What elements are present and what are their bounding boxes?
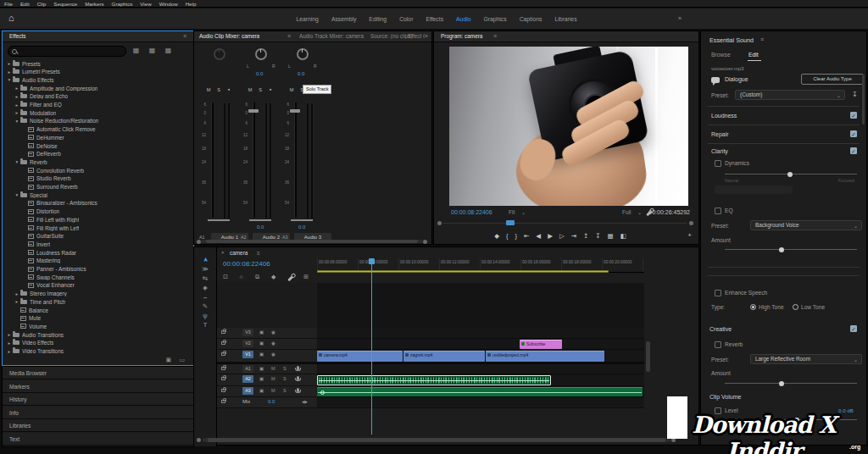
pen-tool[interactable]: ✎ <box>194 302 216 310</box>
track-badge-v3[interactable]: V3 <box>242 329 253 336</box>
pan-value[interactable]: 0.0 <box>298 71 304 76</box>
effect-item-dereverb[interactable]: DeReverb <box>3 150 192 158</box>
reverb-preset-select[interactable]: Large Reflective Room⌄ <box>750 354 862 364</box>
mixer-tab-1[interactable]: Audio Track Mixer: camera <box>299 33 364 39</box>
menu-clip[interactable]: Clip <box>37 1 47 7</box>
record-arm-button[interactable]: ● <box>225 87 233 91</box>
zoombar-left-dot[interactable] <box>437 221 442 225</box>
playback-quality-select[interactable]: Full <box>622 209 631 215</box>
effect-item-mastering[interactable]: Mastering <box>3 257 192 265</box>
delete-custom-item-icon[interactable]: ▭ <box>179 357 185 363</box>
panel-menu-icon[interactable]: ≡ <box>493 33 497 39</box>
chevron-down-icon[interactable]: ▾ <box>14 192 20 197</box>
voiceover-audio-clip[interactable] <box>317 375 551 385</box>
eq-preset-select[interactable]: Background Voice⌄ <box>750 220 862 230</box>
track-badge-a1[interactable]: A1 <box>242 365 253 373</box>
timeline-scroll-left-dot[interactable] <box>197 438 201 442</box>
chevron-right-icon[interactable]: ▸ <box>14 299 20 304</box>
work-area-bar[interactable] <box>317 270 609 273</box>
fader-handle[interactable] <box>290 109 300 113</box>
sync-lock-icon[interactable]: ▣ <box>259 366 264 371</box>
tab-program[interactable]: Program: camera <box>441 33 482 39</box>
fader-level-value[interactable]: 0.0 <box>257 224 264 230</box>
track-output-eye-icon[interactable]: ◉ <box>271 329 275 335</box>
export-frame-button[interactable]: ▦ <box>608 232 614 240</box>
timeline-timecode[interactable]: 00:00:08:22406 <box>223 260 270 268</box>
high-tone-radio[interactable] <box>750 304 756 310</box>
razor-tool[interactable]: ◈ <box>194 284 216 291</box>
panel-tab-info[interactable]: Info <box>3 407 193 419</box>
mixer-tab-2[interactable]: Source: (no clips) <box>370 33 413 39</box>
record-arm-button[interactable]: ● <box>266 87 275 91</box>
workspace-tab-color[interactable]: Color <box>399 16 413 22</box>
close-icon[interactable]: × <box>221 250 225 255</box>
chevron-right-icon[interactable]: ▸ <box>6 332 13 337</box>
effects-bin-delay-and-echo[interactable]: ▸Delay and Echo <box>3 92 192 101</box>
lock-icon[interactable] <box>221 400 225 403</box>
go-to-in-button[interactable]: ⇤ <box>524 232 529 240</box>
track-content-v3[interactable] <box>317 328 644 339</box>
menu-view[interactable]: View <box>140 1 151 7</box>
panel-tab-markers[interactable]: Markers <box>3 380 193 393</box>
keyframe-dot[interactable] <box>320 390 325 395</box>
master-track-level[interactable]: 0.0 <box>268 399 275 404</box>
effect-item-swap-channels[interactable]: Swap Channels <box>3 273 192 281</box>
pan-knob[interactable] <box>214 48 225 60</box>
button-editor-plus[interactable]: + <box>687 231 692 239</box>
chevron-right-icon[interactable]: ▸ <box>6 340 13 346</box>
tab-edit[interactable]: Edit <box>748 52 759 58</box>
sync-lock-icon[interactable]: ▣ <box>259 329 264 335</box>
lock-icon[interactable] <box>221 352 225 356</box>
lock-icon[interactable] <box>221 330 225 334</box>
track-content-v2[interactable] <box>317 339 644 350</box>
play-button[interactable]: ▶ <box>548 232 553 240</box>
timeline-horizontal-scrollbar[interactable] <box>203 438 670 442</box>
low-tone-radio[interactable] <box>793 304 798 310</box>
panel-tab-media-browser[interactable]: Media Browser <box>3 367 193 379</box>
chevron-right-icon[interactable]: ▸ <box>14 94 20 99</box>
effect-item-fill-right-with-left[interactable]: Fill Right with Left <box>3 224 192 232</box>
menu-markers[interactable]: Markers <box>85 1 103 7</box>
playhead[interactable] <box>371 258 372 435</box>
effect-item-automatic-click-remove[interactable]: Automatic Click Remove <box>3 125 192 134</box>
sync-lock-icon[interactable]: ▣ <box>259 376 264 381</box>
track-mute-button[interactable]: M <box>271 388 275 393</box>
effect-item-denoise[interactable]: DeNoise <box>3 141 192 150</box>
chevron-right-icon[interactable]: ▸ <box>6 69 13 75</box>
filter-yuv-effects-button[interactable]: ▦ <box>162 46 175 55</box>
chevron-right-icon[interactable]: ▸ <box>6 349 13 354</box>
pan-value[interactable]: 0.0 <box>256 71 263 76</box>
creative-checkbox[interactable]: ✓ <box>850 325 857 332</box>
effects-bin-modulation[interactable]: ▸Modulation <box>3 108 192 117</box>
add-marker-icon[interactable]: ◆ <box>271 274 275 280</box>
track-mute-button[interactable]: M <box>271 376 275 381</box>
menu-sequence[interactable]: Sequence <box>53 1 77 7</box>
save-preset-icon[interactable]: ↧ <box>852 91 858 98</box>
menu-edit[interactable]: Edit <box>20 1 30 7</box>
tab-overflow-icon[interactable]: » <box>425 33 428 39</box>
slip-tool[interactable]: ↔ <box>194 293 216 301</box>
tab-effects[interactable]: Effects <box>9 33 25 39</box>
new-custom-bin-icon[interactable]: ▣ <box>165 357 171 363</box>
lock-icon[interactable] <box>221 367 225 370</box>
effects-bin-reverb[interactable]: ▾Reverb <box>3 158 192 166</box>
lock-icon[interactable] <box>221 389 225 392</box>
solo-button[interactable]: S <box>214 87 223 92</box>
workspace-tab-audio[interactable]: Audio <box>456 16 470 22</box>
pan-knob[interactable] <box>255 48 267 60</box>
panel-menu-icon[interactable]: ≡ <box>183 33 186 39</box>
effect-item-mute[interactable]: Mute <box>3 314 192 323</box>
track-output-eye-icon[interactable]: ◉ <box>271 352 275 357</box>
effects-bin-time-and-pitch[interactable]: ▸Time and Pitch <box>3 297 192 306</box>
graphic-clip[interactable]: Subscribe <box>520 340 562 349</box>
clear-audio-type-button[interactable]: Clear Audio Type <box>801 74 864 85</box>
zoombar-handle[interactable] <box>506 220 515 225</box>
type-tool[interactable]: T <box>194 321 216 329</box>
preset-select[interactable]: (Custom)⌄ <box>735 90 845 100</box>
menu-file[interactable]: File <box>4 1 13 7</box>
effects-search-input[interactable] <box>8 46 126 57</box>
effect-item-surround-reverb[interactable]: Surround Reverb <box>3 183 192 191</box>
mixer-scroll-right-dot[interactable] <box>423 240 427 244</box>
mute-button[interactable]: M <box>204 87 213 92</box>
fader-track[interactable] <box>294 102 297 218</box>
